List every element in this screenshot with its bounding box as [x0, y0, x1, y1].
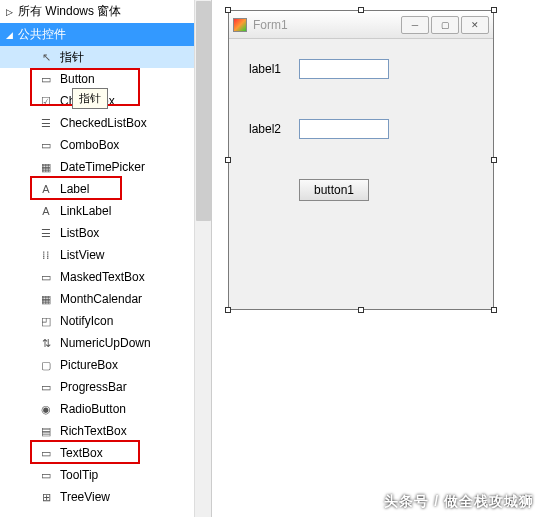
- toolbox-item-label: PictureBox: [60, 358, 118, 372]
- toolbox-item-tooltip[interactable]: ▭ToolTip: [0, 464, 203, 486]
- selection-handle[interactable]: [358, 307, 364, 313]
- toolbox-item-linklabel[interactable]: ALinkLabel: [0, 200, 203, 222]
- group-all-windows-forms[interactable]: ▷ 所有 Windows 窗体: [0, 0, 203, 23]
- combobox-icon: ▭: [38, 137, 54, 153]
- toolbox-item-指针[interactable]: ↖指针: [0, 46, 203, 68]
- maskedtextbox-icon: ▭: [38, 269, 54, 285]
- toolbox-item-listbox[interactable]: ☰ListBox: [0, 222, 203, 244]
- toolbox-item-label: TreeView: [60, 490, 110, 504]
- toolbox-item-treeview[interactable]: ⊞TreeView: [0, 486, 203, 508]
- progressbar-icon: ▭: [38, 379, 54, 395]
- numericupdown-icon: ⇅: [38, 335, 54, 351]
- toolbox-item-label: LinkLabel: [60, 204, 111, 218]
- listbox-icon: ☰: [38, 225, 54, 241]
- linklabel-icon: A: [38, 203, 54, 219]
- button-icon: ▭: [38, 71, 54, 87]
- toolbox-item-label: NumericUpDown: [60, 336, 151, 350]
- toolbox-panel: ▷ 所有 Windows 窗体 ◢ 公共控件 ↖指针▭Button☑CheckB…: [0, 0, 212, 517]
- watermark: 头条号 / 做全栈攻城狮: [384, 493, 534, 511]
- toolbox-item-label[interactable]: ALabel: [0, 178, 203, 200]
- textbox2[interactable]: [299, 119, 389, 139]
- selection-handle[interactable]: [491, 157, 497, 163]
- toolbox-item-richtextbox[interactable]: ▤RichTextBox: [0, 420, 203, 442]
- textbox1[interactable]: [299, 59, 389, 79]
- toolbox-item-radiobutton[interactable]: ◉RadioButton: [0, 398, 203, 420]
- tooltip-icon: ▭: [38, 467, 54, 483]
- form-icon: [233, 18, 247, 32]
- form-window[interactable]: Form1 ─ ▢ ✕ label1 label2 button1: [228, 10, 494, 310]
- toolbox-item-label: DateTimePicker: [60, 160, 145, 174]
- 指针-icon: ↖: [38, 49, 54, 65]
- selection-handle[interactable]: [225, 307, 231, 313]
- toolbox-item-notifyicon[interactable]: ◰NotifyIcon: [0, 310, 203, 332]
- toolbox-item-numericupdown[interactable]: ⇅NumericUpDown: [0, 332, 203, 354]
- selection-handle[interactable]: [225, 7, 231, 13]
- selection-handle[interactable]: [491, 307, 497, 313]
- radiobutton-icon: ◉: [38, 401, 54, 417]
- toolbox-item-label: TextBox: [60, 446, 103, 460]
- expander-expanded-icon: ◢: [4, 30, 14, 40]
- toolbox-item-button[interactable]: ▭Button: [0, 68, 203, 90]
- toolbox-item-datetimepicker[interactable]: ▦DateTimePicker: [0, 156, 203, 178]
- minimize-button[interactable]: ─: [401, 16, 429, 34]
- toolbox-item-combobox[interactable]: ▭ComboBox: [0, 134, 203, 156]
- checkedlistbox-icon: ☰: [38, 115, 54, 131]
- toolbox-item-label: ToolTip: [60, 468, 98, 482]
- label2[interactable]: label2: [249, 122, 299, 136]
- toolbox-item-maskedtextbox[interactable]: ▭MaskedTextBox: [0, 266, 203, 288]
- toolbox-item-label: Label: [60, 182, 89, 196]
- toolbox-item-label: RichTextBox: [60, 424, 127, 438]
- checkbox-icon: ☑: [38, 93, 54, 109]
- toolbox-item-label: ComboBox: [60, 138, 119, 152]
- form-title: Form1: [253, 18, 401, 32]
- picturebox-icon: ▢: [38, 357, 54, 373]
- toolbox-item-label: MonthCalendar: [60, 292, 142, 306]
- titlebar: Form1 ─ ▢ ✕: [229, 11, 493, 39]
- treeview-icon: ⊞: [38, 489, 54, 505]
- toolbox-item-monthcalendar[interactable]: ▦MonthCalendar: [0, 288, 203, 310]
- toolbox-item-label: Button: [60, 72, 95, 86]
- toolbox-item-listview[interactable]: ⁞⁞ListView: [0, 244, 203, 266]
- button1[interactable]: button1: [299, 179, 369, 201]
- toolbox-item-label: ListBox: [60, 226, 99, 240]
- toolbox-item-label: RadioButton: [60, 402, 126, 416]
- toolbox-scrollbar[interactable]: [194, 0, 211, 517]
- monthcalendar-icon: ▦: [38, 291, 54, 307]
- toolbox-item-textbox[interactable]: ▭TextBox: [0, 442, 203, 464]
- selection-handle[interactable]: [491, 7, 497, 13]
- label-icon: A: [38, 181, 54, 197]
- toolbox-item-label: ProgressBar: [60, 380, 127, 394]
- textbox-icon: ▭: [38, 445, 54, 461]
- group-label: 公共控件: [18, 26, 66, 43]
- notifyicon-icon: ◰: [38, 313, 54, 329]
- toolbox-item-label: MaskedTextBox: [60, 270, 145, 284]
- listview-icon: ⁞⁞: [38, 247, 54, 263]
- toolbox-item-progressbar[interactable]: ▭ProgressBar: [0, 376, 203, 398]
- group-common-controls[interactable]: ◢ 公共控件: [0, 23, 203, 46]
- maximize-button[interactable]: ▢: [431, 16, 459, 34]
- toolbox-item-checkedlistbox[interactable]: ☰CheckedListBox: [0, 112, 203, 134]
- expander-collapsed-icon: ▷: [4, 7, 14, 17]
- scrollbar-thumb[interactable]: [196, 1, 211, 221]
- toolbox-item-picturebox[interactable]: ▢PictureBox: [0, 354, 203, 376]
- selection-handle[interactable]: [225, 157, 231, 163]
- selection-handle[interactable]: [358, 7, 364, 13]
- datetimepicker-icon: ▦: [38, 159, 54, 175]
- toolbox-item-label: CheckedListBox: [60, 116, 147, 130]
- close-button[interactable]: ✕: [461, 16, 489, 34]
- toolbox-item-label: NotifyIcon: [60, 314, 113, 328]
- toolbox-item-label: ListView: [60, 248, 104, 262]
- label1[interactable]: label1: [249, 62, 299, 76]
- toolbox-item-label: 指针: [60, 49, 84, 66]
- group-label: 所有 Windows 窗体: [18, 3, 121, 20]
- richtextbox-icon: ▤: [38, 423, 54, 439]
- tooltip: 指针: [72, 88, 108, 109]
- form-designer: Form1 ─ ▢ ✕ label1 label2 button1: [212, 0, 544, 517]
